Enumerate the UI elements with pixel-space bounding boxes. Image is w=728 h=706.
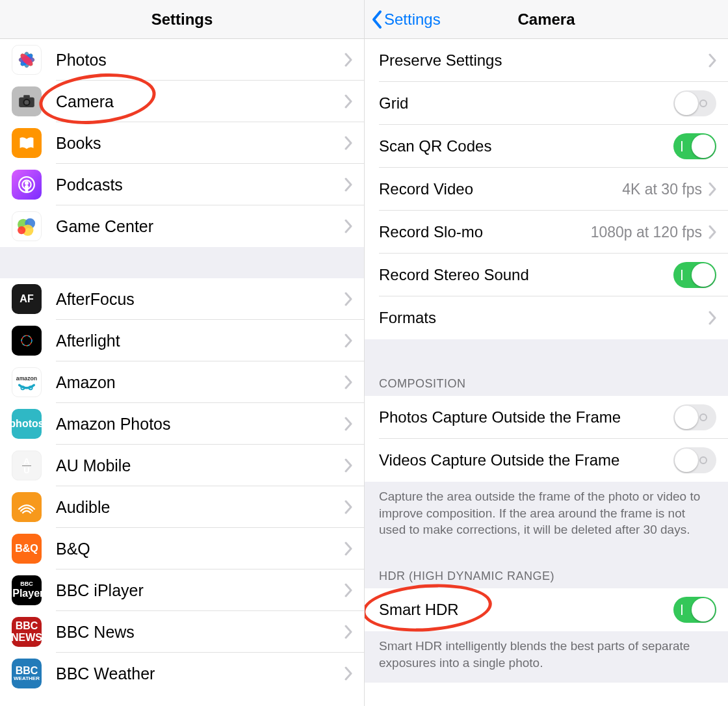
- row-grid: Grid: [365, 82, 728, 125]
- afterfocus-icon: AF: [12, 284, 42, 314]
- row-amazon[interactable]: amazon Amazon: [0, 361, 364, 403]
- row-label: Books: [56, 134, 344, 153]
- afterlight-icon: [12, 326, 42, 356]
- settings-pane: Settings Photos: [0, 0, 364, 706]
- chevron-right-icon: [344, 625, 352, 639]
- toggle-grid[interactable]: [673, 90, 716, 116]
- row-camera[interactable]: Camera: [0, 81, 364, 122]
- row-photos[interactable]: Photos: [0, 39, 364, 81]
- bbc-weather-icon: BBCWEATHER: [12, 659, 42, 688]
- chevron-right-icon: [344, 458, 352, 473]
- chevron-right-icon: [344, 219, 352, 233]
- row-label: Record Slo-mo: [379, 223, 591, 241]
- section-footer-composition: Capture the area outside the frame of th…: [365, 482, 728, 550]
- bbc-iplayer-icon: BBCiPlayer: [12, 575, 42, 605]
- toggle-scan-qr[interactable]: [673, 133, 716, 159]
- row-bbc-weather[interactable]: BBCWEATHER BBC Weather: [0, 653, 364, 694]
- camera-icon: [12, 86, 42, 116]
- chevron-right-icon: [344, 542, 352, 556]
- toggle-videos-outside-frame[interactable]: [673, 447, 716, 473]
- row-label: Record Video: [379, 180, 622, 198]
- row-label: Afterlight: [56, 332, 344, 350]
- section-header-hdr: HDR (HIGH DYNAMIC RANGE): [365, 550, 728, 588]
- row-label: Game Center: [56, 217, 344, 236]
- row-value: 4K at 30 fps: [622, 181, 702, 198]
- back-label: Settings: [384, 10, 441, 29]
- row-label: BBC News: [56, 623, 344, 642]
- chevron-right-icon: [344, 177, 352, 192]
- row-audible[interactable]: Audible: [0, 486, 364, 528]
- svg-text:amazon: amazon: [16, 375, 37, 382]
- row-au-mobile[interactable]: AU AU Mobile: [0, 445, 364, 486]
- row-label: Amazon Photos: [56, 415, 344, 434]
- section-header-composition: COMPOSITION: [365, 339, 728, 396]
- settings-nav: Settings: [0, 0, 364, 39]
- books-icon: [12, 128, 42, 158]
- chevron-right-icon: [344, 666, 352, 681]
- chevron-right-icon: [344, 417, 352, 431]
- row-game-center[interactable]: Game Center: [0, 205, 364, 247]
- au-mobile-icon: AU: [12, 451, 42, 480]
- chevron-right-icon: [344, 136, 352, 150]
- bbc-news-icon: BBCNEWS: [12, 617, 42, 647]
- chevron-right-icon: [344, 53, 352, 67]
- row-label: AfterFocus: [56, 290, 344, 309]
- row-record-video[interactable]: Record Video 4K at 30 fps: [365, 168, 728, 211]
- chevron-right-icon: [708, 225, 716, 239]
- camera-nav: Settings Camera: [365, 0, 728, 39]
- row-label: BBC Weather: [56, 664, 344, 683]
- photos-icon: [12, 45, 42, 75]
- row-label: Videos Capture Outside the Frame: [379, 451, 673, 469]
- chevron-right-icon: [344, 333, 352, 348]
- svg-point-11: [25, 100, 29, 105]
- composition-list: Photos Capture Outside the Frame Videos …: [365, 396, 728, 482]
- amazon-photos-icon: photos: [12, 409, 42, 439]
- row-bbc-iplayer[interactable]: BBCiPlayer BBC iPlayer: [0, 569, 364, 611]
- row-label: Photos: [56, 51, 344, 70]
- chevron-right-icon: [708, 53, 716, 68]
- row-preserve-settings[interactable]: Preserve Settings: [365, 39, 728, 82]
- chevron-right-icon: [708, 311, 716, 325]
- chevron-right-icon: [344, 292, 352, 306]
- chevron-right-icon: [708, 182, 716, 196]
- toggle-photos-outside-frame[interactable]: [673, 404, 716, 430]
- settings-list: Photos Camera: [0, 39, 364, 694]
- row-podcasts[interactable]: Podcasts: [0, 164, 364, 205]
- row-label: Grid: [379, 94, 673, 112]
- row-label: Formats: [379, 309, 708, 327]
- row-afterfocus[interactable]: AF AfterFocus: [0, 278, 364, 320]
- row-books[interactable]: Books: [0, 122, 364, 164]
- row-label: BBC iPlayer: [56, 581, 344, 600]
- row-scan-qr: Scan QR Codes: [365, 125, 728, 168]
- bandq-icon: B&Q: [12, 534, 42, 564]
- amazon-icon: amazon: [12, 367, 42, 397]
- row-label: Photos Capture Outside the Frame: [379, 408, 673, 426]
- toggle-smart-hdr[interactable]: [673, 597, 716, 623]
- row-bandq[interactable]: B&Q B&Q: [0, 528, 364, 569]
- row-formats[interactable]: Formats: [365, 296, 728, 339]
- settings-title: Settings: [151, 10, 213, 29]
- podcasts-icon: [12, 170, 42, 200]
- chevron-right-icon: [344, 500, 352, 514]
- row-label: Audible: [56, 498, 344, 517]
- row-label: Preserve Settings: [379, 51, 708, 70]
- row-label: Amazon: [56, 373, 344, 392]
- row-videos-outside-frame: Videos Capture Outside the Frame: [365, 439, 728, 482]
- svg-rect-9: [23, 95, 30, 98]
- group-separator: [0, 247, 364, 278]
- row-bbc-news[interactable]: BBCNEWS BBC News: [0, 611, 364, 653]
- row-label: AU Mobile: [56, 456, 344, 475]
- row-afterlight[interactable]: Afterlight: [0, 320, 364, 361]
- row-smart-hdr: Smart HDR: [365, 588, 728, 631]
- hdr-list: Smart HDR: [365, 588, 728, 631]
- row-amazon-photos[interactable]: photos Amazon Photos: [0, 403, 364, 445]
- row-photos-outside-frame: Photos Capture Outside the Frame: [365, 396, 728, 439]
- toggle-stereo-sound[interactable]: [673, 262, 716, 288]
- audible-icon: [12, 492, 42, 522]
- back-button[interactable]: Settings: [371, 0, 441, 39]
- camera-main-list: Preserve Settings Grid Scan QR Codes Rec…: [365, 39, 728, 339]
- chevron-right-icon: [344, 375, 352, 389]
- game-center-icon: [12, 211, 42, 241]
- chevron-right-icon: [344, 583, 352, 597]
- row-record-slomo[interactable]: Record Slo-mo 1080p at 120 fps: [365, 211, 728, 254]
